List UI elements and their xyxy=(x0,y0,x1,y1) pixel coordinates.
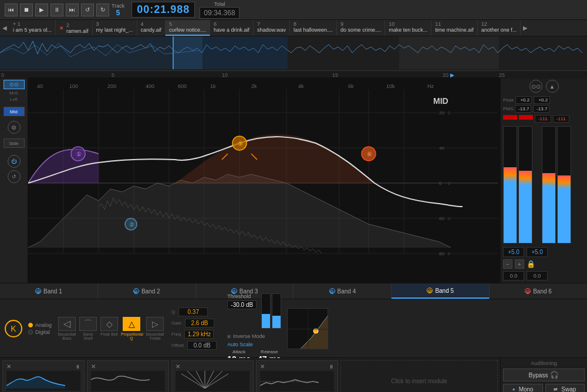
band-tab-5[interactable]: ⏻ Band 5 xyxy=(392,283,490,299)
svg-text:⑤: ⑤ xyxy=(238,140,243,147)
module-dynamic-eq-close[interactable]: ✕ xyxy=(6,363,11,370)
track-info: Track 5 xyxy=(112,3,124,17)
module-maximizer-close[interactable]: ✕ xyxy=(260,363,265,370)
link-gain-left: 0.0 xyxy=(503,271,524,281)
left-meter-group xyxy=(503,126,532,244)
track-list-right-arrow[interactable]: ▶ xyxy=(521,20,530,36)
swap-button[interactable]: ⇄ Swap xyxy=(545,384,585,392)
mono-label: Mono xyxy=(519,386,534,392)
offset-val[interactable]: 0.0 dB xyxy=(187,341,217,350)
threshold-label: Threshold xyxy=(227,293,257,299)
svg-text:6k: 6k xyxy=(348,83,354,89)
track-item-12[interactable]: 12 another one f... xyxy=(478,20,521,36)
lock-icon[interactable]: 🔒 xyxy=(527,260,535,268)
analog-icon[interactable]: K xyxy=(5,320,22,337)
q-val[interactable]: 0.37 xyxy=(178,307,208,316)
track-item-10[interactable]: 10 make ten buck... xyxy=(385,20,431,36)
track-label: Track xyxy=(112,3,124,9)
svg-text:40: 40 xyxy=(37,83,43,89)
power-icon[interactable]: ⏻ xyxy=(8,155,21,168)
side-btn[interactable]: Side xyxy=(4,138,25,148)
track-item-8[interactable]: 8 last halloween.... xyxy=(290,20,337,36)
auto-scale-label[interactable]: Auto Scale xyxy=(227,342,253,347)
filter-peakbell-btn[interactable]: ◇ xyxy=(100,317,118,331)
module-dynamic-eq-pause[interactable]: ⏸ xyxy=(75,364,80,370)
inverse-label: Inverse Mode xyxy=(233,333,265,339)
loop-button[interactable]: ↺ xyxy=(81,4,94,16)
svg-text:②: ② xyxy=(129,221,134,228)
track-item-4[interactable]: 4 candy.aif xyxy=(137,20,166,36)
mono-button[interactable]: ● Mono xyxy=(503,384,543,392)
svg-text:200: 200 xyxy=(107,83,116,89)
track-item-1[interactable]: + 1 i am 5 years ol... xyxy=(9,20,56,36)
module-strip-area: ✕ ⏸ ⏻ Dynamic EQ ✕ xyxy=(0,358,587,392)
band4-power-icon[interactable]: ⏻ xyxy=(329,288,335,294)
svg-text:4: 4 xyxy=(448,217,450,221)
band-tab-1[interactable]: ⏻ Band 1 xyxy=(0,283,98,299)
band-tab-6[interactable]: ⏻ Band 6 xyxy=(490,283,587,299)
track-item-3[interactable]: 3 my last night_... xyxy=(93,20,137,36)
track-item-11[interactable]: 11 time machine.aif xyxy=(431,20,478,36)
meter-collapse-icon[interactable]: ▲ xyxy=(546,80,559,93)
gain-decrease-btn[interactable]: − xyxy=(503,259,512,269)
track-item-5[interactable]: 5 curfew notice.... xyxy=(166,20,210,36)
module-dynamic-eq-waveform xyxy=(6,371,80,391)
right-meter-group xyxy=(542,126,571,244)
module-dynamic-eq[interactable]: ✕ ⏸ ⏻ Dynamic EQ xyxy=(2,360,85,392)
module-imager[interactable]: ✕ ⏻ Imager xyxy=(171,360,254,392)
filter-propq-btn[interactable]: △ xyxy=(123,317,140,331)
module-exciter[interactable]: ✕ ⏻ Exciter xyxy=(87,360,169,392)
band-tab-4[interactable]: ⏻ Band 4 xyxy=(294,283,392,299)
band6-power-icon[interactable]: ⏻ xyxy=(525,288,531,294)
module-maximizer-pause[interactable]: ⏸ xyxy=(329,364,334,370)
filter-baxbass-label: Baxandall Bass xyxy=(58,332,76,340)
stop-button[interactable]: ⏹ xyxy=(20,4,33,16)
undo-icon[interactable]: ↺ xyxy=(8,170,21,183)
module-exciter-close[interactable]: ✕ xyxy=(91,363,96,370)
gain-val[interactable]: 2.6 dB xyxy=(185,319,214,327)
meter-stereo-icon[interactable]: ⊙⊙ xyxy=(529,80,542,93)
module-imager-close[interactable]: ✕ xyxy=(176,363,180,370)
track-item-2[interactable]: ✕ 2 ramen.aif xyxy=(56,20,93,36)
bypass-button[interactable]: Bypass 🎧 xyxy=(503,369,585,381)
track-item-6[interactable]: 6 have a drink.aif xyxy=(210,20,254,36)
skip-forward-button[interactable]: ⏭ xyxy=(66,4,79,16)
filter-baxtreble-btn[interactable]: ▷ xyxy=(146,317,164,331)
play-button[interactable]: ▶ xyxy=(35,4,48,16)
filter-baxtreble-label: Baxandall Treble xyxy=(144,332,166,340)
svg-text:10k: 10k xyxy=(386,83,395,89)
band1-label: Band 1 xyxy=(43,288,62,295)
settings-icon[interactable]: ⚙ xyxy=(8,121,21,134)
refresh-button[interactable]: ↻ xyxy=(96,4,109,16)
stereo-btn[interactable]: ⊙⊙ xyxy=(4,80,25,89)
track-close-2[interactable]: ✕ xyxy=(59,25,64,31)
left-meter-bar-2 xyxy=(519,171,532,243)
eq-display[interactable]: 40 100 200 400 600 1k 2k 4k 6k 10k Hz 20… xyxy=(28,77,500,283)
transfer-graph xyxy=(287,308,328,349)
pause-button[interactable]: ⏸ xyxy=(50,4,63,16)
maximizer-svg xyxy=(260,371,319,388)
svg-text:0: 0 xyxy=(439,181,442,186)
track-item-9[interactable]: 9 do some crime.... xyxy=(337,20,385,36)
filter-bandshelf-btn[interactable]: ⌒ xyxy=(79,317,97,331)
threshold-val[interactable]: -30.0 dB xyxy=(227,300,257,309)
skip-back-button[interactable]: ⏮ xyxy=(5,4,18,16)
track-item-7[interactable]: 7 shadow.wav xyxy=(254,20,290,36)
band2-power-icon[interactable]: ⏻ xyxy=(133,288,139,294)
track-list-left-arrow[interactable]: ◀ xyxy=(0,20,9,36)
svg-text:⑥: ⑥ xyxy=(367,151,372,157)
insert-placeholder[interactable]: Click to insert module xyxy=(340,360,498,392)
band-tab-2[interactable]: ⏻ Band 2 xyxy=(98,283,196,299)
module-maximizer[interactable]: ✕ ⏸ ⏻ Maximizer xyxy=(256,360,338,392)
gain-increase-btn[interactable]: + xyxy=(515,259,524,269)
filter-baxbass-btn[interactable]: ◁ xyxy=(58,317,76,331)
digital-radio-btn[interactable]: Digital xyxy=(28,329,52,335)
mid-btn[interactable]: Mid xyxy=(4,107,25,116)
band1-power-icon[interactable]: ⏻ xyxy=(35,288,41,294)
right-meter-bar-2 xyxy=(558,175,571,243)
svg-text:60: 60 xyxy=(439,216,444,221)
band5-power-icon[interactable]: ⏻ xyxy=(427,288,433,293)
freq-val[interactable]: 1.29 kHz xyxy=(184,330,214,339)
filter-peakbell-label: Peak Bell xyxy=(100,332,119,336)
analog-radio-btn[interactable]: Analog xyxy=(28,322,52,328)
